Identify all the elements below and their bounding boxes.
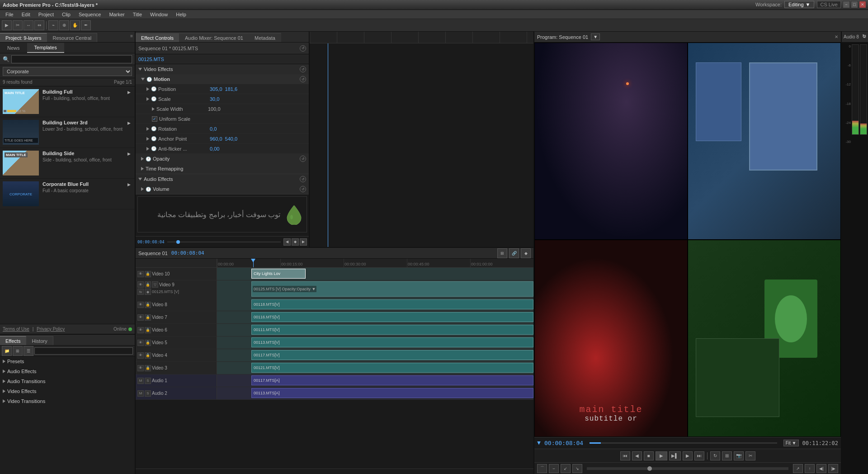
fx-search-input[interactable] [34, 347, 133, 355]
panel-close-icon[interactable]: ≡ [130, 33, 133, 38]
tab-history[interactable]: History [26, 336, 53, 345]
menu-edit[interactable]: Edit [18, 11, 34, 18]
maximize-button[interactable]: □ [851, 1, 858, 8]
track-solo-btn[interactable]: S [145, 378, 151, 384]
transport-play-in-out[interactable]: ▶▌ [669, 451, 681, 460]
tool-move[interactable]: ↔ [24, 20, 33, 30]
motion-stopwatch[interactable]: 🕐 [146, 77, 152, 82]
tb-extract[interactable]: ↗ [793, 464, 803, 473]
tb-goto-in[interactable]: ◀| [816, 464, 826, 473]
track-mute-btn[interactable]: M [137, 390, 144, 397]
opacity-stopwatch[interactable]: 🕐 [146, 156, 151, 161]
track-lock-btn[interactable]: 🔒 [145, 327, 151, 333]
track-clip[interactable]: 00118.MTS[V] [251, 299, 533, 309]
tb-overwrite[interactable]: ↘ [572, 464, 582, 473]
transport-stop[interactable]: ■ [644, 451, 654, 460]
volume-stopwatch[interactable]: 🕐 [146, 187, 151, 192]
opacity-reset-icon[interactable]: ↺ [300, 156, 306, 162]
window-controls[interactable]: − □ ✕ [843, 1, 866, 8]
tl-snap[interactable]: ⊞ [497, 248, 507, 258]
transport-export-frame[interactable]: 📷 [734, 451, 744, 460]
track-lock-btn[interactable]: 🔒 [145, 340, 151, 346]
transport-frame-back[interactable]: ◀ [632, 451, 642, 460]
list-item[interactable]: TITLE GOES HERE Building Lower 3rd Lower… [0, 117, 135, 148]
opacity-header[interactable]: 🕐 Opacity ↺ [136, 154, 309, 164]
transport-step-fwd[interactable]: ⏭ [694, 451, 704, 460]
rotation-stopwatch[interactable]: 🕐 [151, 126, 156, 131]
close-button[interactable]: ✕ [859, 1, 866, 8]
track-visibility-btn[interactable]: 👁 [137, 302, 144, 308]
track-kf-btn[interactable]: ◆ [145, 289, 151, 295]
audio-effects-header[interactable]: Audio Effects ↺ [136, 174, 309, 184]
fit-dropdown[interactable]: Fit ▼ [783, 440, 799, 446]
track-lock-btn[interactable]: 🔒 [145, 271, 151, 277]
list-item[interactable]: MAIN TITLE Building Side Side - building… [0, 148, 135, 179]
track-lock-btn[interactable]: 🔒 [145, 314, 151, 321]
track-visibility-btn[interactable]: 👁 [137, 314, 144, 321]
monitor-progress-bar[interactable] [590, 442, 777, 444]
tool-pen[interactable]: ✒ [81, 20, 91, 30]
menu-sequence[interactable]: Sequence [75, 11, 105, 18]
tool-slip[interactable]: ⇔ [34, 20, 44, 30]
tb-mark-in[interactable]: ⌒ [537, 464, 547, 473]
menu-help[interactable]: Help [172, 11, 190, 18]
menu-marker[interactable]: Marker [105, 11, 128, 18]
motion-reset-icon[interactable]: ↺ [300, 76, 306, 82]
ec-add-kf[interactable]: ◆ [292, 238, 299, 246]
track-clip[interactable]: 00116.MTS[V] [251, 312, 533, 322]
cs-live-button[interactable]: CS Live [817, 1, 841, 8]
tab-templates[interactable]: Templates [27, 43, 64, 53]
fx-video-effects[interactable]: Video Effects [0, 386, 135, 396]
tb-insert[interactable]: ↙ [561, 464, 571, 473]
track-lane[interactable]: 00121.MTS[V] [217, 362, 533, 374]
fx-grid-view[interactable]: ⊞ [13, 346, 23, 356]
track-clip[interactable]: 00121.MTS[V] [251, 363, 533, 373]
time-remapping-header[interactable]: Time Remapping [136, 164, 309, 174]
list-item[interactable]: CORPORATE Corporate Blue Full Full - A b… [0, 179, 135, 209]
reset-fx-icon[interactable]: ↺ [300, 66, 306, 72]
tb-lift[interactable]: ↑ [805, 464, 815, 473]
tool-hand[interactable]: ✋ [70, 20, 80, 30]
volume-reset-icon[interactable]: ↺ [300, 186, 306, 192]
track-visibility-btn[interactable]: 👁 [137, 365, 144, 371]
tool-selection[interactable]: ▶ [2, 20, 12, 30]
tab-project[interactable]: Project: 9-layers [0, 33, 47, 42]
fx-video-transitions[interactable]: Video Transitions [0, 396, 135, 406]
workspace-dropdown[interactable]: Editing ▼ [784, 1, 815, 8]
transport-loop[interactable]: ↻ [710, 451, 720, 460]
fx-new-folder[interactable]: 📁 [2, 346, 12, 356]
monitor-source-dropdown[interactable]: ▼ [591, 33, 600, 40]
track-lane[interactable]: 00111.MTS[V] [217, 324, 533, 336]
video-effects-header[interactable]: Video Effects ↺ [136, 64, 309, 74]
tb-mark-out[interactable]: ⌣ [549, 464, 559, 473]
ec-prev-kf[interactable]: ◀ [283, 238, 291, 246]
anchor-stopwatch[interactable]: 🕐 [151, 136, 156, 141]
track-clip[interactable]: 00111.MTS[V] [251, 325, 533, 335]
antiflicker-stopwatch[interactable]: 🕐 [151, 146, 156, 151]
tb-goto-out[interactable]: |▶ [828, 464, 838, 473]
track-lock-btn[interactable]: 🔒 [145, 352, 151, 359]
ec-playhead[interactable] [176, 240, 180, 244]
track-mute-btn[interactable]: M [137, 378, 144, 384]
fx-audio-effects[interactable]: Audio Effects [0, 366, 135, 376]
menu-title[interactable]: Title [129, 11, 146, 18]
ec-menu-icon[interactable]: ≡ [863, 33, 866, 38]
position-stopwatch[interactable]: 🕐 [151, 86, 156, 91]
privacy-link[interactable]: Privacy Policy [37, 327, 65, 332]
tab-audio-mixer[interactable]: Audio Mixer: Sequence 01 [179, 33, 249, 42]
track-clip[interactable]: 00117.MTS[V] [251, 350, 533, 360]
track-clip[interactable]: 00125.MTS [V] Opacity:Opacity ▼ [251, 281, 533, 297]
current-timecode[interactable]: 00:00:08:04 [544, 440, 583, 446]
reset-icon[interactable]: ↺ [300, 45, 306, 52]
tool-edit[interactable]: ✂ [13, 20, 23, 30]
audio-fx-reset-icon[interactable]: ↺ [300, 176, 306, 182]
track-lane[interactable]: 00113.MTS[A] [217, 387, 533, 399]
transport-frame-fwd[interactable]: ▶ [683, 451, 693, 460]
track-fx-btn[interactable]: fx [137, 289, 144, 295]
track-lane[interactable]: 00118.MTS[V] [217, 299, 533, 311]
track-lane[interactable]: 00117.MTS[V] [217, 349, 533, 361]
track-lane[interactable]: City Lights Lov [217, 268, 533, 280]
volume-header[interactable]: 🕐 Volume ↺ [136, 184, 309, 194]
transport-step-back[interactable]: ⏮ [620, 451, 630, 460]
fx-list-view[interactable]: ☰ [24, 346, 33, 356]
